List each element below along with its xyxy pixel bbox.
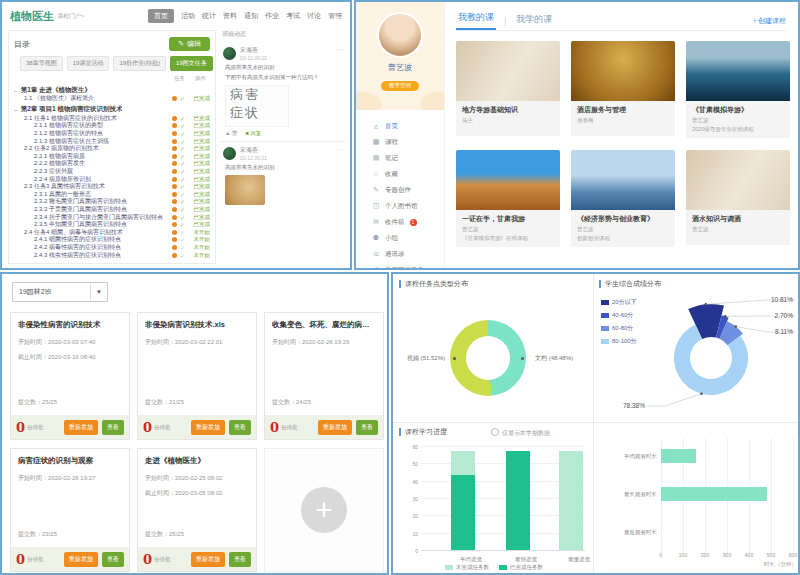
sidebar-item-note[interactable]: ▤笔记 [356,150,444,166]
reissue-button[interactable]: 重新发放 [191,552,225,567]
view-button[interactable]: 查看 [102,552,124,567]
homework-card[interactable]: 非侵染性病害的识别技术开始时间：2020-03-03 07:40截止时间：202… [10,312,130,440]
tree-row[interactable]: 2.4.3 线虫性病害的症状识别特点✓未开始 [14,251,210,259]
course-nav-tab[interactable]: 首页 [148,9,174,23]
homework-title: 病害症状的识别与观察 [18,456,122,466]
sidebar-item-star[interactable]: ☆收藏 [356,166,444,182]
semester-toggle[interactable]: 仅显示本学期数据 [481,428,550,438]
tab-my-learning[interactable]: 我学的课 [514,13,554,30]
status-label[interactable]: 已完成 [188,168,210,175]
homework-card[interactable]: 非侵染病害识别技术.xls开始时间：2020-03-02 22:01提交数：21… [137,312,257,440]
status-label[interactable]: 已完成 [188,115,210,122]
course-cover-image [686,150,790,210]
status-label[interactable]: 已完成 [188,198,210,205]
feed-attachment-image[interactable] [225,175,265,205]
course-card[interactable]: 《经济形势与创业教育》普艺波创新创业课程 [571,150,675,247]
pending-label: 份待批 [281,424,298,431]
library-icon: ◫ [372,202,380,210]
collapse-icon[interactable]: – [14,106,18,113]
sidebar-item-create[interactable]: ✎专题创作 [356,182,444,198]
sidebar-item-course[interactable]: ▦课程 [356,134,444,150]
view-button[interactable]: 查看 [102,420,124,435]
toc-filter-tab[interactable]: 19图文任务 [170,56,213,71]
homework-card[interactable]: 走进《植物医生》开始时间：2020-02-25 08:02截止时间：2020-0… [137,448,257,572]
toc-filter-tab[interactable]: 38章节视图 [20,56,63,71]
create-course-link[interactable]: ＋创建课程 [751,16,786,30]
status-label[interactable]: 已完成 [188,206,210,213]
chevron-down-icon[interactable]: ▼ [90,283,107,301]
status-label[interactable]: 未开始 [188,252,210,259]
homework-submit-count: 提交数：24/25 [272,398,311,407]
course-nav-tab[interactable]: 资料 [223,11,237,21]
status-label[interactable]: 已完成 [188,122,210,129]
course-card[interactable]: 《甘肃模拟导游》普艺波2020级导游专业在线课程 [686,41,790,138]
feed-item[interactable]: ⋯宋海燕03-12 09:22高温带来失水的识别下图中有高温失水识别第一种方法吗… [220,42,346,141]
status-label[interactable]: 已完成 [188,138,210,145]
status-label[interactable]: 未开始 [188,229,210,236]
sidebar-item-group[interactable]: ⚉小组 [356,230,444,246]
course-cover-image [571,41,675,101]
status-label[interactable]: 已完成 [188,153,210,160]
role-badge[interactable]: 教学空间 [381,81,419,91]
status-label[interactable]: 未开始 [188,236,210,243]
x-category-label: 最慢进度 [549,556,609,563]
reissue-button[interactable]: 重新发放 [318,420,352,435]
sidebar-item-home[interactable]: ⌂首页 [356,118,444,134]
collapse-icon[interactable]: – [14,87,18,94]
view-button[interactable]: 查看 [229,420,251,435]
sidebar-item-inbox[interactable]: ✉收件箱1 [356,214,444,230]
status-label[interactable]: 已完成 [188,160,210,167]
edit-button[interactable]: ✎ 编辑 [169,37,210,51]
toc-filter-tab[interactable]: 19份作业(待批) [113,56,166,71]
reissue-button[interactable]: 重新发放 [64,420,98,435]
course-nav-tab[interactable]: 管理 [328,11,342,21]
course-card[interactable]: 酒店服务与管理张春梅 [571,41,675,138]
view-button[interactable]: 查看 [229,552,251,567]
course-card[interactable]: 地方导游基础知识马兰 [456,41,560,138]
course-card[interactable]: 一证在手，甘肃我游普艺波《甘肃模拟导游》在线课程 [456,150,560,247]
course-nav-tab[interactable]: 考试 [286,11,300,21]
reissue-button[interactable]: 重新发放 [64,552,98,567]
taskpoint-dot [172,184,177,189]
course-card[interactable]: 酒水知识与调酒普艺波 [686,150,790,247]
course-portal-link[interactable]: 课程门户> [57,12,85,21]
radio-icon[interactable] [491,428,499,436]
reissue-button[interactable]: 重新发放 [191,420,225,435]
status-label[interactable]: 已完成 [188,130,210,137]
homework-card[interactable]: 收集变色、坏死、腐烂的病材图 …开始时间：2020-02-26 19:29提交数… [264,312,384,440]
tree-row[interactable]: 1.1 《植物医生》课程简介✓已完成 [14,95,210,103]
course-nav-tab[interactable]: 通知 [244,11,258,21]
toc-filter-tab[interactable]: 19课堂活动 [67,56,110,71]
status-label[interactable]: 未开始 [188,244,210,251]
status-label[interactable]: 已完成 [188,214,210,221]
status-label[interactable]: 已完成 [188,183,210,190]
status-label[interactable]: 已完成 [188,221,210,228]
course-nav-tab[interactable]: 统计 [202,11,216,21]
status-label[interactable]: 已完成 [188,95,210,102]
tab-my-teaching[interactable]: 我教的课 [456,11,496,30]
more-icon[interactable]: ⋯ [336,146,343,154]
course-nav-tab[interactable]: 讨论 [307,11,321,21]
x-axis-tick: 0 [660,552,663,558]
add-homework-card[interactable]: + [264,448,384,572]
x-axis-tick: 500 [767,552,775,558]
sidebar-item-contacts[interactable]: ☏通讯录 [356,246,444,262]
status-label[interactable]: 已完成 [188,145,210,152]
homework-start-time: 开始时间：2020-02-26 19:29 [272,338,376,345]
sidebar-item-library[interactable]: ◫个人图书馆 [356,198,444,214]
status-label[interactable]: 已完成 [188,176,210,183]
feed-item[interactable]: ⋯宋海燕03-12 09:21高温带来失水的识别 [220,141,346,211]
reply-button[interactable]: ■ 回复 [245,130,261,137]
view-button[interactable]: 查看 [356,420,378,435]
like-button[interactable]: ▲ 赞 [225,130,237,137]
feed-attachment-image[interactable]: 病害症状 [225,85,289,127]
course-nav-tab[interactable]: 作业 [265,11,279,21]
avatar[interactable] [377,12,423,58]
class-select[interactable]: 19园林2班 ▼ [12,282,108,302]
sidebar-item-cloud[interactable]: ⟲电脑同步云盘 [356,262,444,270]
course-nav-tab[interactable]: 活动 [181,11,195,21]
more-icon[interactable]: ⋯ [336,46,343,54]
homework-card[interactable]: 病害症状的识别与观察开始时间：2020-02-26 19:27提交数：23/25… [10,448,130,572]
homework-start-time: 开始时间：2020-03-02 22:01 [145,338,249,345]
status-label[interactable]: 已完成 [188,191,210,198]
